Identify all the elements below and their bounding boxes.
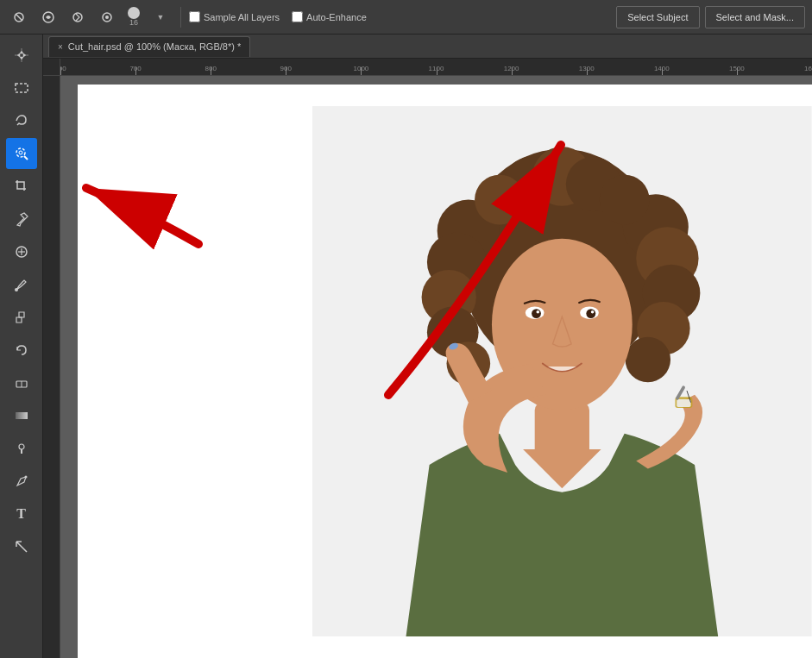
file-tab[interactable]: × Cut_hair.psd @ 100% (Маска, RGB/8*) * (48, 36, 250, 57)
brush-refresh-btn[interactable] (66, 5, 90, 29)
brush-size-dropdown[interactable]: ▼ (148, 5, 173, 29)
dodge-tool-btn[interactable] (6, 433, 37, 464)
eyedropper-tool-btn[interactable] (6, 204, 37, 235)
svg-point-17 (19, 444, 24, 449)
main-area: T × Cut_hair.psd @ 100% (Маска, RGB/8*) … (0, 34, 812, 658)
svg-point-35 (475, 175, 525, 225)
auto-enhance-group[interactable]: Auto-Enhance (292, 11, 367, 22)
svg-point-5 (105, 16, 109, 19)
separator-1 (180, 7, 181, 28)
path-select-tool-btn[interactable] (6, 531, 37, 562)
svg-point-19 (24, 476, 27, 479)
svg-point-7 (16, 148, 25, 157)
brush-tool-btn[interactable] (6, 269, 37, 300)
tab-close-btn[interactable]: × (58, 42, 63, 52)
main-canvas[interactable] (78, 85, 812, 658)
tab-bar: × Cut_hair.psd @ 100% (Маска, RGB/8*) * (43, 34, 812, 59)
auto-enhance-checkbox[interactable] (292, 11, 303, 22)
brush-mode-btn[interactable] (7, 5, 31, 29)
sample-all-layers-group[interactable]: Sample All Layers (189, 11, 280, 22)
person-image (312, 85, 812, 658)
crop-tool-btn[interactable] (6, 171, 37, 202)
svg-line-1 (16, 14, 22, 21)
brush-size-display: 16 (128, 7, 140, 27)
svg-rect-16 (16, 412, 28, 419)
select-subject-button[interactable]: Select Subject (616, 6, 699, 28)
pen-tool-btn[interactable] (6, 466, 37, 497)
svg-point-13 (15, 288, 18, 291)
text-tool-btn[interactable]: T (6, 498, 37, 530)
sample-all-layers-checkbox[interactable] (189, 11, 200, 22)
quick-select-tool-btn[interactable] (6, 138, 37, 169)
svg-point-43 (587, 309, 596, 318)
svg-point-3 (73, 13, 82, 22)
svg-point-36 (600, 175, 650, 225)
canvas-content[interactable] (60, 76, 812, 658)
workspace (43, 76, 812, 658)
brush-size-label: 16 (129, 19, 138, 27)
svg-point-9 (19, 151, 22, 154)
gradient-tool-btn[interactable] (6, 400, 37, 431)
svg-point-40 (532, 309, 541, 318)
svg-rect-47 (677, 399, 691, 407)
svg-point-31 (626, 337, 670, 382)
tab-filename: Cut_hair.psd @ 100% (Маска, RGB/8*) * (68, 41, 241, 52)
brush-settings-btn[interactable] (95, 5, 119, 29)
svg-line-8 (24, 156, 28, 160)
brush-type-btn[interactable] (36, 5, 60, 29)
brush-preview (128, 7, 140, 19)
left-toolbar: T (0, 34, 43, 658)
select-and-mask-button[interactable]: Select and Mask... (705, 6, 806, 28)
healing-tool-btn[interactable] (6, 236, 37, 267)
ruler-top: 6007008009001000110012001300140015001600 (43, 59, 812, 76)
sample-all-layers-label: Sample All Layers (204, 12, 280, 22)
marquee-tool-btn[interactable] (6, 72, 37, 103)
svg-point-44 (591, 310, 595, 314)
move-tool-btn[interactable] (6, 40, 37, 71)
top-toolbar: 16 ▼ Sample All Layers Auto-Enhance Sele… (0, 0, 812, 34)
ruler-horizontal: 6007008009001000110012001300140015001600 (60, 59, 812, 76)
canvas-area: × Cut_hair.psd @ 100% (Маска, RGB/8*) * … (43, 34, 812, 658)
clone-tool-btn[interactable] (6, 302, 37, 333)
history-tool-btn[interactable] (6, 335, 37, 366)
text-tool-icon: T (16, 506, 26, 522)
ruler-corner (43, 59, 60, 76)
svg-rect-6 (16, 84, 28, 92)
lasso-tool-btn[interactable] (6, 105, 37, 136)
eraser-tool-btn[interactable] (6, 367, 37, 398)
ruler-vertical (43, 76, 60, 658)
auto-enhance-label: Auto-Enhance (306, 12, 367, 22)
svg-point-41 (537, 310, 540, 314)
